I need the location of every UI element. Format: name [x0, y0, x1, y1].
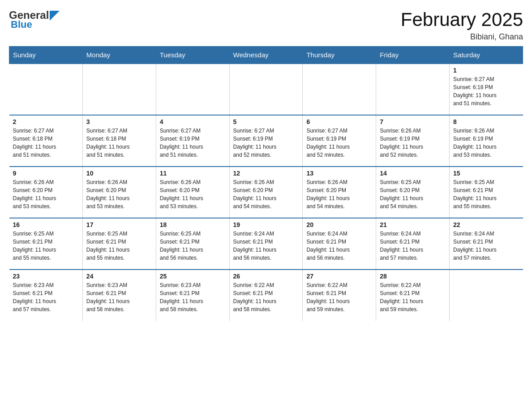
day-info: Sunrise: 6:24 AM Sunset: 6:21 PM Dayligh… — [233, 230, 299, 262]
calendar-table: Sunday Monday Tuesday Wednesday Thursday… — [9, 46, 523, 321]
month-title: February 2025 — [401, 9, 523, 30]
calendar-cell: 11Sunrise: 6:26 AM Sunset: 6:20 PM Dayli… — [156, 167, 229, 218]
svg-marker-0 — [50, 11, 60, 21]
day-info: Sunrise: 6:27 AM Sunset: 6:18 PM Dayligh… — [453, 75, 519, 107]
day-number: 16 — [13, 221, 79, 228]
calendar-cell: 2Sunrise: 6:27 AM Sunset: 6:18 PM Daylig… — [9, 115, 83, 167]
logo-blue-text: Blue — [11, 19, 32, 30]
day-number: 4 — [160, 118, 226, 125]
day-number: 27 — [306, 273, 372, 280]
calendar-cell: 13Sunrise: 6:26 AM Sunset: 6:20 PM Dayli… — [303, 167, 376, 218]
calendar-cell: 1Sunrise: 6:27 AM Sunset: 6:18 PM Daylig… — [450, 64, 523, 115]
day-number: 20 — [306, 221, 372, 228]
day-info: Sunrise: 6:22 AM Sunset: 6:21 PM Dayligh… — [380, 281, 446, 313]
calendar-cell: 24Sunrise: 6:23 AM Sunset: 6:21 PM Dayli… — [82, 270, 156, 321]
page-header: General Blue February 2025 Bibiani, Ghan… — [9, 9, 523, 42]
day-info: Sunrise: 6:27 AM Sunset: 6:18 PM Dayligh… — [86, 127, 152, 159]
day-info: Sunrise: 6:26 AM Sunset: 6:20 PM Dayligh… — [233, 178, 299, 210]
calendar-cell: 14Sunrise: 6:25 AM Sunset: 6:20 PM Dayli… — [376, 167, 450, 218]
calendar-cell: 9Sunrise: 6:26 AM Sunset: 6:20 PM Daylig… — [9, 167, 83, 218]
day-number: 18 — [160, 221, 226, 228]
day-number: 10 — [86, 170, 152, 177]
day-number: 8 — [453, 118, 519, 125]
day-info: Sunrise: 6:26 AM Sunset: 6:19 PM Dayligh… — [380, 127, 446, 159]
day-number: 26 — [233, 273, 299, 280]
day-number: 11 — [160, 170, 226, 177]
day-number: 19 — [233, 221, 299, 228]
day-info: Sunrise: 6:24 AM Sunset: 6:21 PM Dayligh… — [453, 230, 519, 262]
day-number: 15 — [453, 170, 519, 177]
day-info: Sunrise: 6:26 AM Sunset: 6:20 PM Dayligh… — [13, 178, 79, 210]
day-info: Sunrise: 6:26 AM Sunset: 6:20 PM Dayligh… — [306, 178, 372, 210]
day-number: 6 — [306, 118, 372, 125]
day-number: 9 — [13, 170, 79, 177]
calendar-cell: 20Sunrise: 6:24 AM Sunset: 6:21 PM Dayli… — [303, 218, 376, 270]
calendar-cell: 7Sunrise: 6:26 AM Sunset: 6:19 PM Daylig… — [376, 115, 450, 167]
calendar-week-row: 23Sunrise: 6:23 AM Sunset: 6:21 PM Dayli… — [9, 270, 523, 321]
calendar-cell: 8Sunrise: 6:26 AM Sunset: 6:19 PM Daylig… — [450, 115, 523, 167]
calendar-cell — [82, 64, 156, 115]
day-number: 7 — [380, 118, 446, 125]
day-number: 1 — [453, 67, 519, 74]
calendar-cell — [229, 64, 303, 115]
header-saturday: Saturday — [450, 47, 523, 64]
day-number: 3 — [86, 118, 152, 125]
day-number: 14 — [380, 170, 446, 177]
calendar-cell: 4Sunrise: 6:27 AM Sunset: 6:19 PM Daylig… — [156, 115, 229, 167]
day-number: 25 — [160, 273, 226, 280]
day-info: Sunrise: 6:27 AM Sunset: 6:19 PM Dayligh… — [233, 127, 299, 159]
calendar-cell — [9, 64, 83, 115]
calendar-cell: 22Sunrise: 6:24 AM Sunset: 6:21 PM Dayli… — [450, 218, 523, 270]
calendar-header-row: Sunday Monday Tuesday Wednesday Thursday… — [9, 47, 523, 64]
header-tuesday: Tuesday — [156, 47, 229, 64]
day-info: Sunrise: 6:23 AM Sunset: 6:21 PM Dayligh… — [13, 281, 79, 313]
day-info: Sunrise: 6:25 AM Sunset: 6:21 PM Dayligh… — [86, 230, 152, 262]
day-number: 21 — [380, 221, 446, 228]
calendar-cell: 5Sunrise: 6:27 AM Sunset: 6:19 PM Daylig… — [229, 115, 303, 167]
day-number: 13 — [306, 170, 372, 177]
calendar-week-row: 1Sunrise: 6:27 AM Sunset: 6:18 PM Daylig… — [9, 64, 523, 115]
day-number: 28 — [380, 273, 446, 280]
day-info: Sunrise: 6:27 AM Sunset: 6:19 PM Dayligh… — [306, 127, 372, 159]
logo-arrow-icon — [50, 11, 60, 21]
title-area: February 2025 Bibiani, Ghana — [401, 9, 523, 42]
day-info: Sunrise: 6:27 AM Sunset: 6:19 PM Dayligh… — [160, 127, 226, 159]
calendar-cell: 23Sunrise: 6:23 AM Sunset: 6:21 PM Dayli… — [9, 270, 83, 321]
calendar-cell — [156, 64, 229, 115]
day-info: Sunrise: 6:23 AM Sunset: 6:21 PM Dayligh… — [86, 281, 152, 313]
calendar-cell: 6Sunrise: 6:27 AM Sunset: 6:19 PM Daylig… — [303, 115, 376, 167]
day-info: Sunrise: 6:24 AM Sunset: 6:21 PM Dayligh… — [380, 230, 446, 262]
header-monday: Monday — [82, 47, 156, 64]
day-number: 22 — [453, 221, 519, 228]
day-info: Sunrise: 6:23 AM Sunset: 6:21 PM Dayligh… — [160, 281, 226, 313]
calendar-cell — [303, 64, 376, 115]
day-info: Sunrise: 6:26 AM Sunset: 6:19 PM Dayligh… — [453, 127, 519, 159]
calendar-cell: 18Sunrise: 6:25 AM Sunset: 6:21 PM Dayli… — [156, 218, 229, 270]
calendar-cell: 21Sunrise: 6:24 AM Sunset: 6:21 PM Dayli… — [376, 218, 450, 270]
calendar-week-row: 16Sunrise: 6:25 AM Sunset: 6:21 PM Dayli… — [9, 218, 523, 270]
calendar-cell: 26Sunrise: 6:22 AM Sunset: 6:21 PM Dayli… — [229, 270, 303, 321]
day-number: 17 — [86, 221, 152, 228]
day-info: Sunrise: 6:25 AM Sunset: 6:20 PM Dayligh… — [380, 178, 446, 210]
day-info: Sunrise: 6:26 AM Sunset: 6:20 PM Dayligh… — [86, 178, 152, 210]
calendar-cell: 15Sunrise: 6:25 AM Sunset: 6:21 PM Dayli… — [450, 167, 523, 218]
day-info: Sunrise: 6:25 AM Sunset: 6:21 PM Dayligh… — [453, 178, 519, 210]
day-number: 5 — [233, 118, 299, 125]
day-info: Sunrise: 6:26 AM Sunset: 6:20 PM Dayligh… — [160, 178, 226, 210]
header-sunday: Sunday — [9, 47, 83, 64]
day-number: 23 — [13, 273, 79, 280]
day-number: 2 — [13, 118, 79, 125]
calendar-cell — [450, 270, 523, 321]
calendar-cell: 28Sunrise: 6:22 AM Sunset: 6:21 PM Dayli… — [376, 270, 450, 321]
calendar-cell: 12Sunrise: 6:26 AM Sunset: 6:20 PM Dayli… — [229, 167, 303, 218]
day-info: Sunrise: 6:22 AM Sunset: 6:21 PM Dayligh… — [233, 281, 299, 313]
logo: General Blue — [9, 9, 60, 30]
calendar-week-row: 9Sunrise: 6:26 AM Sunset: 6:20 PM Daylig… — [9, 167, 523, 218]
day-info: Sunrise: 6:22 AM Sunset: 6:21 PM Dayligh… — [306, 281, 372, 313]
calendar-cell: 3Sunrise: 6:27 AM Sunset: 6:18 PM Daylig… — [82, 115, 156, 167]
header-friday: Friday — [376, 47, 450, 64]
calendar-cell: 10Sunrise: 6:26 AM Sunset: 6:20 PM Dayli… — [82, 167, 156, 218]
calendar-cell: 16Sunrise: 6:25 AM Sunset: 6:21 PM Dayli… — [9, 218, 83, 270]
calendar-week-row: 2Sunrise: 6:27 AM Sunset: 6:18 PM Daylig… — [9, 115, 523, 167]
calendar-cell: 17Sunrise: 6:25 AM Sunset: 6:21 PM Dayli… — [82, 218, 156, 270]
